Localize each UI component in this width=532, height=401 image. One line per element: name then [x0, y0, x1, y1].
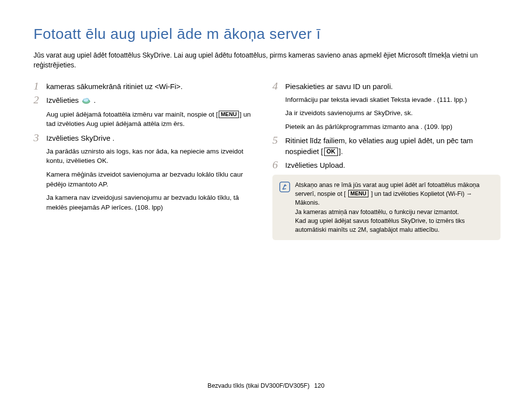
step-text: kameras sākumekrānā ritiniet uz <Wi-Fi>.: [46, 81, 262, 92]
step-text: Izvēlieties Upload.: [285, 160, 500, 171]
columns: 1 kameras sākumekrānā ritiniet uz <Wi-Fi…: [33, 81, 500, 240]
info-icon: [279, 182, 290, 195]
step-number: 5: [272, 134, 285, 146]
step-4-sub2: Ja ir izveidots savienojums ar SkyDrive,…: [285, 108, 500, 118]
page-title: Fotoatt ēlu aug upiel āde m ākoņa server…: [33, 26, 500, 42]
step-number: 1: [33, 80, 46, 92]
step-4-sub3: Pieteik an ās pārlūkprogrammas izmanto a…: [285, 122, 500, 132]
footer-text: Bezvadu tīkls (tikai DV300F/DV305F): [207, 382, 309, 389]
page-footer: Bezvadu tīkls (tikai DV300F/DV305F) 120: [0, 382, 532, 389]
step-3-sub3: Ja kamera nav izveidojusi savienojumu ar…: [46, 193, 262, 212]
step-number: 2: [33, 94, 46, 106]
step-1: 1 kameras sākumekrānā ritiniet uz <Wi-Fi…: [33, 81, 262, 92]
step-text: Piesakieties ar savu ID un paroli.: [285, 81, 500, 92]
cloud-icon: [82, 96, 91, 107]
step-4: 4 Piesakieties ar savu ID un paroli.: [272, 81, 500, 92]
right-column: 4 Piesakieties ar savu ID un paroli. Inf…: [272, 81, 500, 240]
step-5: 5 Ritiniet līdz failiem, ko vēlaties aug…: [272, 135, 500, 157]
step-number: 6: [272, 159, 285, 171]
step-text: Izvēlieties .: [46, 95, 262, 107]
menu-button-icon: MENU: [219, 111, 238, 118]
manual-page: Fotoatt ēlu aug upiel āde m ākoņa server…: [0, 0, 532, 401]
menu-button-icon: MENU: [348, 190, 368, 197]
note-box: Atskaņo anas re īmā jūs varat aug upiel …: [272, 175, 500, 240]
note-text: Atskaņo anas re īmā jūs varat aug upiel …: [295, 181, 494, 234]
step-3-sub1: Ja parādās uznirsto ais logs, kas nor ād…: [46, 147, 262, 166]
step-2: 2 Izvēlieties .: [33, 95, 262, 107]
step-6: 6 Izvēlieties Upload.: [272, 160, 500, 171]
footer-page-number: 120: [314, 382, 325, 389]
step-4-sub1: Informāciju par teksta ievadi skatiet Te…: [285, 95, 500, 105]
svg-point-3: [84, 99, 88, 102]
step-2-sub: Aug upiel ādējamā fotoattēla izmēru var …: [46, 110, 262, 129]
svg-rect-4: [280, 182, 290, 192]
step-3: 3 Izvēlieties SkyDrive .: [33, 133, 262, 144]
step-number: 4: [272, 80, 285, 92]
ok-button-icon: OK: [324, 148, 338, 155]
step-number: 3: [33, 132, 46, 144]
step-text: Ritiniet līdz failiem, ko vēlaties aug u…: [285, 135, 500, 157]
left-column: 1 kameras sākumekrānā ritiniet uz <Wi-Fi…: [33, 81, 262, 240]
intro-text: Jūs varat aug upiel ādēt fotoattēlus Sky…: [33, 50, 500, 70]
step-text: Izvēlieties SkyDrive .: [46, 133, 262, 144]
step-3-sub2: Kamera mēģinās izveidot savienojuma ar b…: [46, 170, 262, 189]
